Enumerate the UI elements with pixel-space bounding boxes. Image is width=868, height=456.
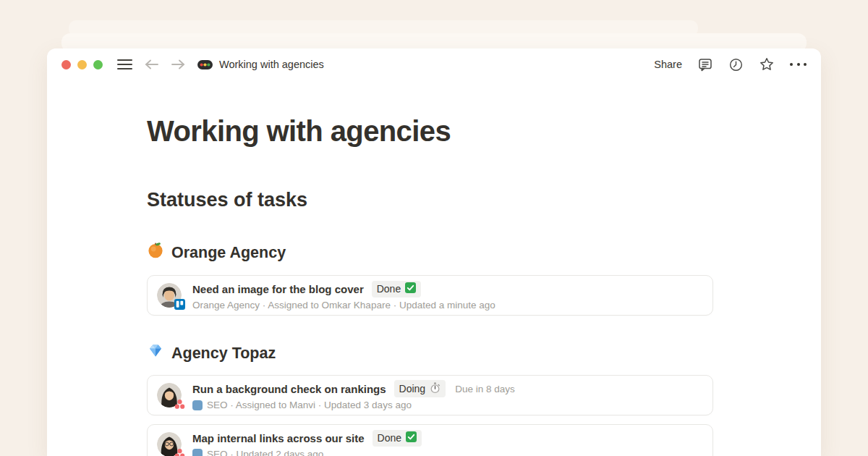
sidebar-menu-icon[interactable] [117, 59, 132, 70]
stopwatch-emoji-icon [430, 382, 441, 396]
task-card[interactable]: Run a background check on rankings Doing… [147, 375, 713, 415]
task-title: Map internal links across our site [192, 432, 365, 444]
task-meta: Orange Agency · Assigned to Omkar Khapar… [192, 300, 495, 311]
group-name: Agency Topaz [171, 343, 276, 363]
task-card-text: Need an image for the blog cover Done Or… [192, 281, 495, 311]
green-check-emoji-icon [405, 282, 416, 295]
page-title: Working with agencies [147, 114, 720, 148]
window-controls [61, 60, 103, 69]
traffic-light-page-icon [197, 60, 213, 69]
status-label: Done [377, 283, 401, 295]
status-badge: Doing [394, 380, 446, 397]
task-card-text: Run a background check on rankings Doing… [192, 380, 515, 410]
comments-icon[interactable] [697, 56, 713, 72]
group-heading-orange-agency: Orange Agency [147, 241, 720, 263]
due-date: Due in 8 days [455, 384, 515, 394]
assignee-avatar [157, 432, 182, 456]
updates-clock-icon[interactable] [728, 57, 744, 72]
green-check-emoji-icon [406, 431, 417, 444]
close-window-button[interactable] [61, 60, 71, 69]
status-label: Doing [399, 383, 426, 394]
tangerine-emoji-icon [147, 241, 164, 263]
section-title: Statuses of tasks [147, 187, 720, 212]
task-meta: SEO · Assigned to Manvi · Updated 3 days… [207, 400, 412, 410]
task-title: Need an image for the blog cover [192, 283, 364, 295]
favorite-star-icon[interactable] [759, 56, 775, 72]
group-heading-agency-topaz: Agency Topaz [147, 342, 720, 364]
asana-source-icon [174, 399, 185, 410]
seo-tag-chip [192, 449, 203, 456]
status-badge: Done [373, 430, 422, 447]
titlebar-actions: Share [654, 56, 807, 72]
app-window: Working with agencies Share Working with… [47, 48, 821, 456]
forward-arrow-icon[interactable] [171, 59, 186, 70]
zoom-window-button[interactable] [93, 60, 103, 69]
page-content: Working with agencies Statuses of tasks … [47, 114, 720, 456]
minimize-window-button[interactable] [77, 60, 87, 69]
share-button[interactable]: Share [654, 59, 682, 70]
trello-source-icon [174, 299, 185, 310]
asana-source-icon [174, 448, 185, 456]
more-options-icon[interactable] [790, 63, 807, 66]
group-name: Orange Agency [171, 242, 286, 263]
task-meta: SEO · Updated 2 days ago [207, 449, 323, 456]
assignee-avatar [157, 283, 182, 308]
status-badge: Done [372, 281, 421, 297]
back-arrow-icon[interactable] [144, 59, 159, 70]
breadcrumb-page-title[interactable]: Working with agencies [219, 59, 324, 70]
task-card[interactable]: Need an image for the blog cover Done Or… [147, 275, 713, 316]
seo-tag-chip [192, 400, 203, 410]
task-card[interactable]: Map internal links across our site Done … [147, 424, 713, 456]
titlebar: Working with agencies Share [47, 48, 821, 80]
status-label: Done [378, 432, 401, 444]
task-title: Run a background check on rankings [192, 383, 386, 395]
task-card-text: Map internal links across our site Done … [192, 430, 422, 456]
gem-emoji-icon [147, 342, 164, 364]
assignee-avatar [157, 383, 182, 408]
